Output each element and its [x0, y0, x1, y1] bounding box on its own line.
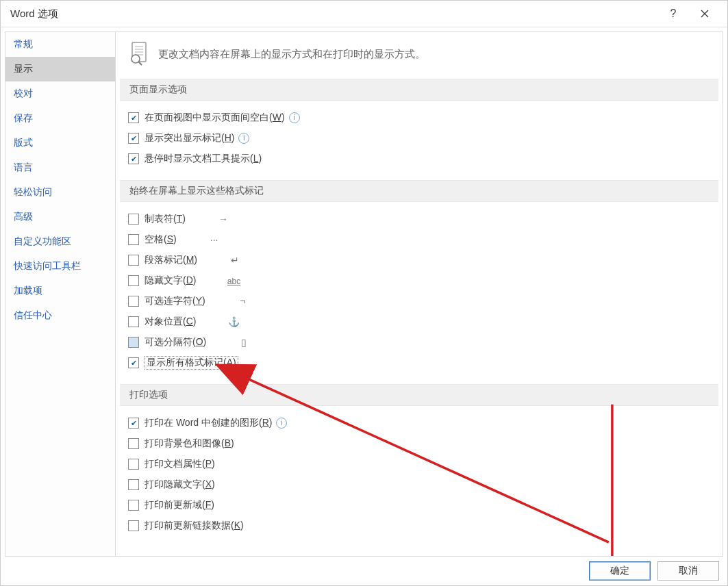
checkbox[interactable]: [128, 255, 139, 266]
format-symbol: ¬: [233, 296, 253, 307]
option-row: 打印前更新域(F): [128, 495, 710, 515]
option-row: 打印文档属性(P): [128, 454, 710, 474]
section-body-printing: 打印在 Word 中创建的图形(R)i打印背景色和图像(B)打印文档属性(P)打…: [116, 406, 723, 547]
dialog-title: Word 选项: [10, 8, 657, 21]
checkbox[interactable]: [128, 357, 139, 368]
section-header-printing: 打印选项: [120, 384, 718, 406]
sidebar-item-9[interactable]: 快速访问工具栏: [5, 254, 115, 279]
ok-button[interactable]: 确定: [589, 561, 651, 581]
info-icon[interactable]: i: [276, 418, 287, 429]
option-label[interactable]: 段落标记(M): [145, 254, 197, 266]
sidebar-item-5[interactable]: 语言: [5, 155, 115, 180]
content-header-text: 更改文档内容在屏幕上的显示方式和在打印时的显示方式。: [158, 48, 425, 61]
section-header-formatting-marks: 始终在屏幕上显示这些格式标记: [120, 180, 718, 202]
checkbox[interactable]: [128, 438, 139, 449]
info-icon[interactable]: i: [238, 133, 249, 144]
option-row: 打印背景色和图像(B): [128, 433, 710, 454]
option-label[interactable]: 打印前更新链接数据(K): [145, 520, 244, 532]
document-magnify-icon: [128, 42, 150, 66]
sidebar-item-4[interactable]: 版式: [5, 131, 115, 155]
option-label[interactable]: 空格(S): [145, 233, 177, 246]
option-label[interactable]: 打印隐藏文字(X): [145, 479, 215, 491]
dialog-footer: 确定 取消: [1, 557, 727, 585]
option-label[interactable]: 在页面视图中显示页面间空白(W): [145, 112, 285, 124]
section-body-formatting-marks: 制表符(T)→空格(S)···段落标记(M)↵隐藏文字(D)abc可选连字符(Y…: [116, 202, 723, 384]
close-icon: [701, 10, 709, 18]
sidebar-item-3[interactable]: 保存: [5, 106, 115, 131]
checkbox[interactable]: [128, 133, 139, 144]
help-button[interactable]: ?: [657, 1, 689, 27]
checkbox[interactable]: [128, 479, 139, 490]
option-row: 段落标记(M)↵: [128, 250, 710, 270]
format-symbol: abc: [223, 275, 244, 286]
option-label[interactable]: 可选分隔符(O): [145, 336, 206, 348]
option-label[interactable]: 打印在 Word 中创建的图形(R): [145, 417, 272, 429]
checkbox[interactable]: [128, 112, 139, 123]
checkbox[interactable]: [128, 316, 139, 327]
content-pane: 更改文档内容在屏幕上的显示方式和在打印时的显示方式。 页面显示选项 在页面视图中…: [116, 31, 723, 557]
checkbox[interactable]: [128, 153, 139, 164]
checkbox[interactable]: [128, 296, 139, 307]
cancel-button[interactable]: 取消: [657, 561, 719, 581]
sidebar-item-8[interactable]: 自定义功能区: [5, 229, 115, 254]
option-label[interactable]: 对象位置(C): [145, 316, 196, 328]
option-row: 隐藏文字(D)abc: [128, 270, 710, 291]
option-row: 空格(S)···: [128, 229, 710, 250]
option-row: 对象位置(C)⚓: [128, 311, 710, 332]
section-body-page-display: 在页面视图中显示页面间空白(W)i显示突出显示标记(H)i悬停时显示文档工具提示…: [116, 101, 723, 180]
checkbox[interactable]: [128, 234, 139, 245]
sidebar-item-7[interactable]: 高级: [5, 205, 115, 229]
option-label[interactable]: 显示突出显示标记(H): [145, 132, 234, 144]
format-symbol: ⚓: [223, 316, 244, 327]
option-row: 在页面视图中显示页面间空白(W)i: [128, 107, 710, 128]
sidebar-item-1[interactable]: 显示: [5, 57, 115, 81]
option-label[interactable]: 可选连字符(Y): [145, 295, 205, 307]
close-button[interactable]: [689, 1, 720, 27]
option-label[interactable]: 悬停时显示文档工具提示(L): [145, 153, 262, 165]
section-header-page-display: 页面显示选项: [120, 79, 718, 101]
sidebar-item-2[interactable]: 校对: [5, 81, 115, 106]
format-symbol: →: [213, 214, 234, 225]
option-label[interactable]: 打印文档属性(P): [145, 458, 215, 470]
sidebar-item-0[interactable]: 常规: [5, 32, 115, 57]
content-header: 更改文档内容在屏幕上的显示方式和在打印时的显示方式。: [116, 39, 723, 79]
option-row: 可选分隔符(O)▯: [128, 332, 710, 353]
option-row: 打印前更新链接数据(K): [128, 515, 710, 536]
option-row: 打印在 Word 中创建的图形(R)i: [128, 413, 710, 433]
dialog-body: 常规显示校对保存版式语言轻松访问高级自定义功能区快速访问工具栏加载项信任中心 更…: [1, 27, 727, 557]
checkbox[interactable]: [128, 214, 139, 225]
category-sidebar: 常规显示校对保存版式语言轻松访问高级自定义功能区快速访问工具栏加载项信任中心: [5, 31, 116, 557]
titlebar: Word 选项 ?: [1, 1, 727, 27]
checkbox[interactable]: [128, 275, 139, 286]
checkbox[interactable]: [128, 459, 139, 470]
option-label[interactable]: 制表符(T): [145, 213, 186, 225]
checkbox[interactable]: [128, 500, 139, 511]
option-label[interactable]: 打印前更新域(F): [145, 499, 214, 511]
option-row: 悬停时显示文档工具提示(L): [128, 149, 710, 169]
option-row: 可选连字符(Y)¬: [128, 291, 710, 311]
checkbox[interactable]: [128, 520, 139, 531]
format-symbol: ▯: [234, 337, 254, 348]
option-label[interactable]: 打印背景色和图像(B): [145, 437, 234, 450]
format-symbol: ···: [204, 234, 225, 245]
checkbox[interactable]: [128, 337, 139, 348]
sidebar-item-10[interactable]: 加载项: [5, 279, 115, 303]
format-symbol: ↵: [225, 255, 245, 266]
checkbox[interactable]: [128, 418, 139, 429]
option-row: 显示突出显示标记(H)i: [128, 128, 710, 149]
word-options-dialog: Word 选项 ? 常规显示校对保存版式语言轻松访问高级自定义功能区快速访问工具…: [0, 0, 728, 586]
option-label[interactable]: 显示所有格式标记(A): [145, 356, 238, 370]
option-row: 制表符(T)→: [128, 209, 710, 229]
option-row: 打印隐藏文字(X): [128, 474, 710, 495]
sidebar-item-11[interactable]: 信任中心: [5, 303, 115, 328]
option-label[interactable]: 隐藏文字(D): [145, 275, 196, 287]
info-icon[interactable]: i: [289, 112, 300, 123]
option-row: 显示所有格式标记(A): [128, 353, 710, 373]
sidebar-item-6[interactable]: 轻松访问: [5, 180, 115, 205]
